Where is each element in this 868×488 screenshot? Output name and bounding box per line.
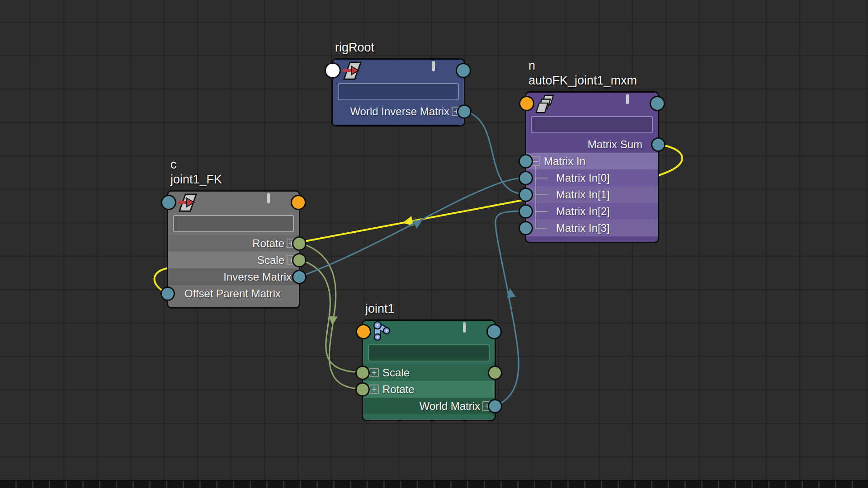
row-scale[interactable]: Scale + — [168, 252, 299, 268]
world-matrix-label: World Matrix — [420, 400, 480, 413]
port-joint-scale-in[interactable] — [355, 366, 370, 380]
node-menu-icon[interactable] — [463, 324, 488, 332]
node-header-rigroot[interactable] — [333, 60, 464, 81]
expand-plus-icon[interactable]: + — [369, 385, 379, 394]
bottom-ruler-bar — [0, 480, 868, 488]
port-matrix-in2[interactable] — [519, 204, 533, 219]
row-matrix-in[interactable]: − Matrix In — [526, 153, 658, 169]
node-header-fk[interactable] — [168, 192, 299, 213]
matrix-in2-label: Matrix In[2] — [556, 205, 610, 218]
offset-parent-matrix-label: Offset Parent Matrix — [184, 287, 281, 300]
port-fk-output-orange[interactable] — [291, 195, 306, 210]
node-header-joint1[interactable] — [363, 321, 495, 343]
port-joint-rotate-in[interactable] — [355, 382, 370, 397]
row-joint-rotate[interactable]: + Rotate — [363, 381, 495, 398]
port-world-matrix[interactable] — [488, 399, 502, 413]
connection-rotate-to-rotate[interactable] — [300, 243, 362, 389]
port-scale-out[interactable] — [292, 253, 307, 267]
port-joint-scale-out[interactable] — [488, 366, 502, 380]
rigroot-name-field[interactable] — [338, 83, 459, 100]
arrow-inversematrix-connection — [412, 216, 425, 228]
tree-line-stub — [535, 211, 548, 212]
mxm-name-field[interactable] — [531, 116, 653, 133]
port-rotate-out[interactable] — [292, 236, 307, 251]
node-rigroot[interactable]: rigRoot World Inverse Matrix + — [331, 58, 465, 127]
row-matrix-sum[interactable]: Matrix Sum — [526, 136, 658, 153]
row-world-matrix[interactable]: World Matrix + — [363, 398, 495, 414]
node-menu-icon[interactable] — [432, 62, 458, 70]
connection-inversematrix-to-matrixin0[interactable] — [300, 178, 525, 277]
joint1-name-field[interactable] — [368, 344, 490, 361]
port-rigroot-input-white[interactable] — [325, 62, 341, 79]
port-matrix-in0[interactable] — [519, 171, 533, 185]
world-inverse-matrix-label: World Inverse Matrix — [350, 105, 449, 118]
matrix-in1-label: Matrix In[1] — [556, 188, 610, 201]
connection-scale-to-scale[interactable] — [300, 260, 362, 372]
port-fk-input-teal[interactable] — [161, 195, 176, 210]
port-inverse-matrix[interactable] — [292, 270, 307, 284]
node-menu-icon[interactable] — [267, 194, 292, 202]
transform-icon — [342, 61, 363, 83]
fk-name-field[interactable] — [173, 215, 294, 232]
tree-line-stub — [535, 194, 548, 195]
port-joint1-input-orange[interactable] — [356, 324, 371, 339]
row-rotate[interactable]: Rotate + — [168, 235, 299, 252]
matrix-sum-label: Matrix Sum — [588, 138, 642, 151]
port-world-inverse-matrix[interactable] — [457, 104, 472, 119]
joint-rotate-label: Rotate — [382, 383, 415, 396]
node-menu-icon[interactable] — [626, 95, 651, 103]
rotate-label: Rotate — [252, 237, 284, 250]
port-offset-parent-matrix[interactable] — [160, 286, 175, 301]
matrix-in-label: Matrix In — [544, 155, 585, 168]
joint-scale-label: Scale — [382, 366, 410, 379]
port-matrix-in1[interactable] — [519, 188, 533, 202]
row-inverse-matrix[interactable]: Inverse Matrix — [168, 268, 299, 285]
port-rigroot-output-teal[interactable] — [456, 63, 471, 78]
transform-icon — [177, 192, 198, 215]
row-world-inverse-matrix[interactable]: World Inverse Matrix + — [333, 103, 464, 120]
mult-matrix-icon — [535, 94, 556, 117]
port-joint1-output-teal[interactable] — [486, 324, 502, 339]
tree-line-stub — [535, 228, 548, 229]
matrix-in3-label: Matrix In[3] — [556, 222, 610, 235]
connection-worldinversematrix-to-matrixin1[interactable] — [465, 111, 525, 194]
row-offset-parent-matrix[interactable]: Offset Parent Matrix — [168, 285, 299, 302]
matrix-in0-label: Matrix In[0] — [556, 172, 610, 184]
port-matrix-sum[interactable] — [651, 137, 665, 152]
tree-line-vertical — [535, 166, 536, 228]
port-matrix-in3[interactable] — [519, 221, 533, 235]
expand-plus-icon[interactable]: + — [369, 368, 379, 377]
scale-label: Scale — [257, 254, 284, 267]
node-header-mxm[interactable] — [526, 93, 658, 114]
row-joint-scale[interactable]: + Scale — [363, 364, 495, 381]
node-autofk-joint1-mxm[interactable]: n autoFK_joint1_mxm Matrix Sum − Matrix … — [525, 91, 659, 243]
tree-line-stub — [535, 178, 548, 178]
port-matrix-in[interactable] — [519, 154, 533, 169]
port-mxm-input-orange[interactable] — [519, 96, 534, 111]
node-joint1-fk[interactable]: c joint1_FK Rotate + Scale + Inverse Mat… — [167, 190, 300, 309]
inverse-matrix-label: Inverse Matrix — [223, 271, 292, 283]
joint-icon — [372, 321, 394, 344]
node-joint1[interactable]: joint1 + Scale + — [362, 319, 496, 421]
port-mxm-output-teal[interactable] — [650, 96, 665, 111]
